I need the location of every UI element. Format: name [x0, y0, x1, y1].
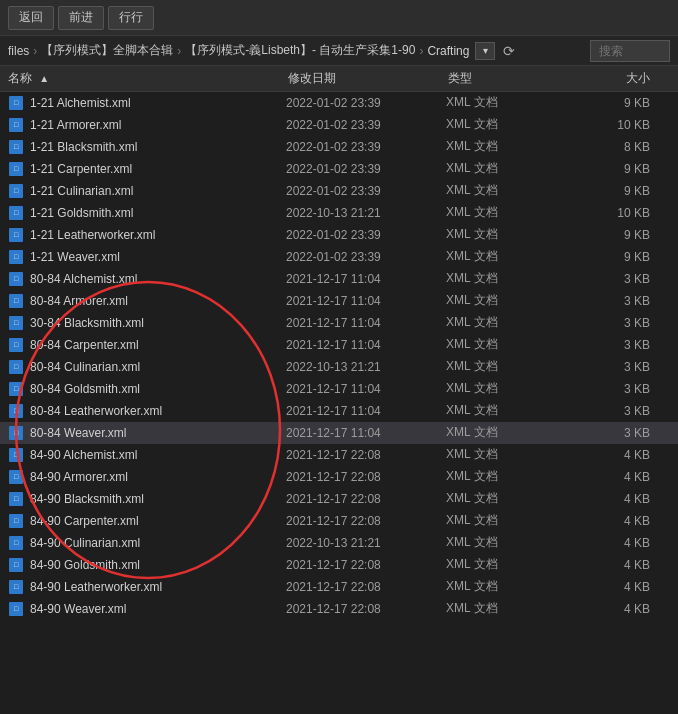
file-size: 3 KB: [526, 360, 670, 374]
file-row[interactable]: □1-21 Blacksmith.xml2022-01-02 23:39XML …: [0, 136, 678, 158]
file-row[interactable]: □84-90 Blacksmith.xml2021-12-17 22:08XML…: [0, 488, 678, 510]
file-row[interactable]: □84-90 Culinarian.xml2022-10-13 21:21XML…: [0, 532, 678, 554]
breadcrumb-lisbeth[interactable]: 【序列模式-義Lisbeth】- 自动生产采集1-90: [185, 42, 415, 59]
file-icon: □: [8, 535, 24, 551]
file-size: 4 KB: [526, 580, 670, 594]
breadcrumb-files[interactable]: files: [8, 44, 29, 58]
file-row[interactable]: □1-21 Culinarian.xml2022-01-02 23:39XML …: [0, 180, 678, 202]
file-row[interactable]: □84-90 Carpenter.xml2021-12-17 22:08XML …: [0, 510, 678, 532]
file-type: XML 文档: [446, 94, 526, 111]
breadcrumb-bar: files › 【序列模式】全脚本合辑 › 【序列模式-義Lisbeth】- 自…: [0, 36, 678, 66]
file-date: 2022-01-02 23:39: [286, 228, 446, 242]
file-row[interactable]: □80-84 Weaver.xml2021-12-17 11:04XML 文档3…: [0, 422, 678, 444]
file-type: XML 文档: [446, 358, 526, 375]
file-name: 80-84 Leatherworker.xml: [30, 404, 286, 418]
forward-button[interactable]: 前进: [58, 6, 104, 30]
file-type: XML 文档: [446, 182, 526, 199]
file-name: 84-90 Culinarian.xml: [30, 536, 286, 550]
file-icon: □: [8, 139, 24, 155]
file-row[interactable]: □30-84 Blacksmith.xml2021-12-17 11:04XML…: [0, 312, 678, 334]
file-date: 2022-01-02 23:39: [286, 118, 446, 132]
xml-icon: □: [9, 338, 23, 352]
file-name: 30-84 Blacksmith.xml: [30, 316, 286, 330]
file-row[interactable]: □1-21 Carpenter.xml2022-01-02 23:39XML 文…: [0, 158, 678, 180]
file-size: 9 KB: [526, 162, 670, 176]
file-icon: □: [8, 293, 24, 309]
back-button[interactable]: 返回: [8, 6, 54, 30]
search-input[interactable]: [590, 40, 670, 62]
file-row[interactable]: □80-84 Armorer.xml2021-12-17 11:04XML 文档…: [0, 290, 678, 312]
refresh-icon[interactable]: ⟳: [503, 43, 515, 59]
xml-icon: □: [9, 602, 23, 616]
file-row[interactable]: □80-84 Goldsmith.xml2021-12-17 11:04XML …: [0, 378, 678, 400]
file-date: 2021-12-17 11:04: [286, 426, 446, 440]
file-date: 2021-12-17 22:08: [286, 580, 446, 594]
xml-icon: □: [9, 272, 23, 286]
file-name: 1-21 Carpenter.xml: [30, 162, 286, 176]
file-icon: □: [8, 447, 24, 463]
file-type: XML 文档: [446, 138, 526, 155]
xml-icon: □: [9, 206, 23, 220]
breadcrumb-sep-1: ›: [33, 44, 37, 58]
file-row[interactable]: □84-90 Weaver.xml2021-12-17 22:08XML 文档4…: [0, 598, 678, 620]
breadcrumb-sequence[interactable]: 【序列模式】全脚本合辑: [41, 42, 173, 59]
file-type: XML 文档: [446, 336, 526, 353]
col-header-date[interactable]: 修改日期: [288, 70, 448, 87]
file-row[interactable]: □84-90 Alchemist.xml2021-12-17 22:08XML …: [0, 444, 678, 466]
file-row[interactable]: □80-84 Carpenter.xml2021-12-17 11:04XML …: [0, 334, 678, 356]
breadcrumb-current: Crafting: [427, 44, 469, 58]
file-icon: □: [8, 513, 24, 529]
file-name: 80-84 Alchemist.xml: [30, 272, 286, 286]
file-name: 1-21 Alchemist.xml: [30, 96, 286, 110]
xml-icon: □: [9, 316, 23, 330]
file-row[interactable]: □84-90 Leatherworker.xml2021-12-17 22:08…: [0, 576, 678, 598]
file-size: 4 KB: [526, 448, 670, 462]
file-type: XML 文档: [446, 424, 526, 441]
file-row[interactable]: □1-21 Alchemist.xml2022-01-02 23:39XML 文…: [0, 92, 678, 114]
file-type: XML 文档: [446, 490, 526, 507]
col-header-name[interactable]: 名称 ▲: [8, 70, 288, 87]
file-row[interactable]: □1-21 Goldsmith.xml2022-10-13 21:21XML 文…: [0, 202, 678, 224]
file-date: 2022-01-02 23:39: [286, 140, 446, 154]
file-row[interactable]: □80-84 Culinarian.xml2022-10-13 21:21XML…: [0, 356, 678, 378]
col-header-size[interactable]: 大小: [528, 70, 670, 87]
file-row[interactable]: □1-21 Leatherworker.xml2022-01-02 23:39X…: [0, 224, 678, 246]
breadcrumb-dropdown[interactable]: ▾: [475, 42, 495, 60]
file-icon: □: [8, 183, 24, 199]
file-name: 1-21 Weaver.xml: [30, 250, 286, 264]
file-type: XML 文档: [446, 226, 526, 243]
file-size: 3 KB: [526, 426, 670, 440]
file-icon: □: [8, 95, 24, 111]
file-name: 84-90 Leatherworker.xml: [30, 580, 286, 594]
file-type: XML 文档: [446, 292, 526, 309]
file-size: 4 KB: [526, 514, 670, 528]
file-size: 3 KB: [526, 272, 670, 286]
file-date: 2021-12-17 22:08: [286, 448, 446, 462]
xml-icon: □: [9, 580, 23, 594]
breadcrumb-sep-2: ›: [177, 44, 181, 58]
file-type: XML 文档: [446, 556, 526, 573]
file-size: 3 KB: [526, 294, 670, 308]
file-date: 2021-12-17 22:08: [286, 514, 446, 528]
column-header: 名称 ▲ 修改日期 类型 大小: [0, 66, 678, 92]
file-row[interactable]: □80-84 Alchemist.xml2021-12-17 11:04XML …: [0, 268, 678, 290]
action-button[interactable]: 行行: [108, 6, 154, 30]
xml-icon: □: [9, 250, 23, 264]
file-row[interactable]: □84-90 Goldsmith.xml2021-12-17 22:08XML …: [0, 554, 678, 576]
file-icon: □: [8, 337, 24, 353]
file-type: XML 文档: [446, 534, 526, 551]
file-row[interactable]: □80-84 Leatherworker.xml2021-12-17 11:04…: [0, 400, 678, 422]
file-name: 1-21 Leatherworker.xml: [30, 228, 286, 242]
file-size: 9 KB: [526, 184, 670, 198]
file-date: 2022-01-02 23:39: [286, 184, 446, 198]
file-size: 3 KB: [526, 316, 670, 330]
file-row[interactable]: □84-90 Armorer.xml2021-12-17 22:08XML 文档…: [0, 466, 678, 488]
xml-icon: □: [9, 184, 23, 198]
file-row[interactable]: □1-21 Armorer.xml2022-01-02 23:39XML 文档1…: [0, 114, 678, 136]
xml-icon: □: [9, 162, 23, 176]
sort-arrow-name: ▲: [39, 73, 49, 84]
file-icon: □: [8, 315, 24, 331]
col-header-type[interactable]: 类型: [448, 70, 528, 87]
file-icon: □: [8, 227, 24, 243]
file-row[interactable]: □1-21 Weaver.xml2022-01-02 23:39XML 文档9 …: [0, 246, 678, 268]
